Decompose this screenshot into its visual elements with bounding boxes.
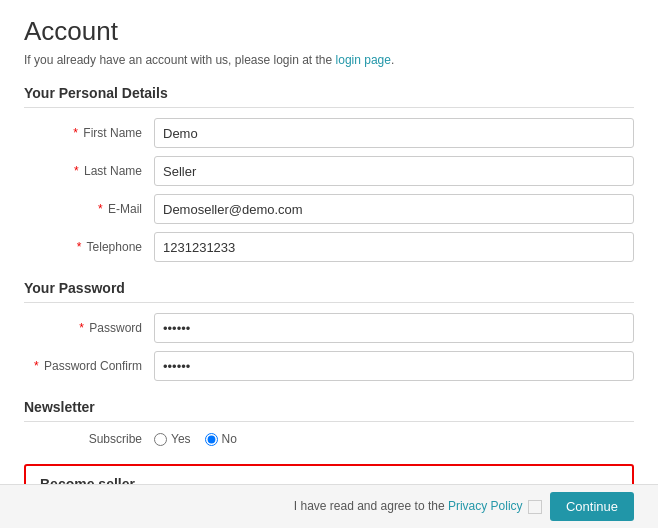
subscribe-yes-option[interactable]: Yes [154,432,191,446]
last-name-input[interactable] [154,156,634,186]
email-label: * E-Mail [24,202,154,216]
personal-details-title: Your Personal Details [24,85,634,108]
subscribe-yes-radio[interactable] [154,433,167,446]
password-label: * Password [24,321,154,335]
subscribe-radio-group: Yes No [154,432,237,446]
footer-bar: I have read and agree to the Privacy Pol… [0,484,658,528]
subscribe-row: Subscribe Yes No [24,432,634,446]
first-name-label: * First Name [24,126,154,140]
password-section: Your Password * Password * Password Conf… [24,280,634,381]
newsletter-section: Newsletter Subscribe Yes No [24,399,634,446]
privacy-policy-link[interactable]: Privacy Policy [448,499,523,513]
password-input[interactable] [154,313,634,343]
agreement-text: I have read and agree to the Privacy Pol… [294,499,542,514]
first-name-input[interactable] [154,118,634,148]
newsletter-title: Newsletter [24,399,634,422]
password-row: * Password [24,313,634,343]
personal-details-section: Your Personal Details * First Name * Las… [24,85,634,262]
email-input[interactable] [154,194,634,224]
page-title: Account [24,16,634,47]
password-confirm-row: * Password Confirm [24,351,634,381]
telephone-input[interactable] [154,232,634,262]
password-confirm-label: * Password Confirm [24,359,154,373]
telephone-label: * Telephone [24,240,154,254]
privacy-checkbox-icon[interactable] [528,500,542,514]
login-link[interactable]: login page [336,53,391,67]
continue-button[interactable]: Continue [550,492,634,521]
page-subtitle: If you already have an account with us, … [24,53,634,67]
email-row: * E-Mail [24,194,634,224]
password-confirm-input[interactable] [154,351,634,381]
telephone-row: * Telephone [24,232,634,262]
subscribe-label: Subscribe [24,432,154,446]
first-name-row: * First Name [24,118,634,148]
last-name-label: * Last Name [24,164,154,178]
subscribe-no-radio[interactable] [205,433,218,446]
last-name-row: * Last Name [24,156,634,186]
subscribe-no-option[interactable]: No [205,432,237,446]
password-title: Your Password [24,280,634,303]
